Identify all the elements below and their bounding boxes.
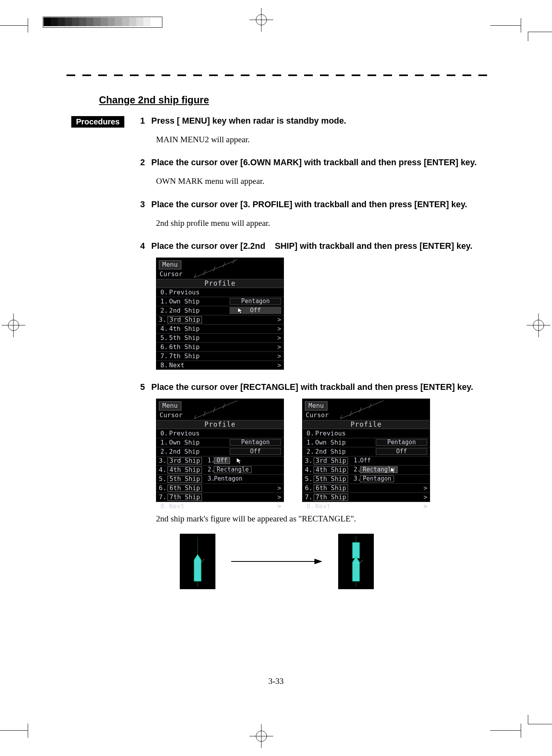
svg-line-7 (184, 401, 238, 419)
menu-row-own-ship: 1.Own ShipPentagon (156, 438, 284, 447)
cursor-label: Cursor (160, 271, 183, 277)
step-title: Place the cursor over [3. PROFILE] with … (151, 199, 481, 210)
submenu-pentagon: Pentagon (360, 475, 394, 482)
svg-marker-24 (314, 559, 322, 564)
menu-row-own-ship: 1. Own Ship Pentagon (156, 297, 284, 306)
menu-screenshot-step5-right: Menu Cursor (302, 399, 430, 502)
menu-row-next: 8. Next > (156, 361, 284, 370)
graph-area (184, 401, 281, 419)
section-divider (67, 74, 487, 76)
ship-figure-before (180, 534, 215, 589)
svg-line-0 (184, 260, 238, 278)
steps-list: 1 Press [ MENU] key when radar is standb… (140, 115, 481, 601)
step-number: 4 (140, 241, 151, 252)
section-title: Change 2nd ship figure (99, 94, 487, 106)
page-number: 3-33 (0, 676, 552, 686)
menu-button: Menu (159, 401, 181, 410)
menu-row-3rd-ship: 3.3rd Ship 1.Off (303, 456, 430, 466)
crop-mark (521, 724, 521, 738)
step-title: Press [ MENU] key when radar is standby … (151, 115, 481, 127)
svg-marker-20 (194, 554, 201, 581)
svg-line-13 (330, 401, 384, 419)
step-body: OWN MARK menu will appear. (156, 176, 481, 187)
menu-row-5th-ship: 5.5th Ship 3.Pentagon (156, 475, 284, 484)
menu-screenshot-step4: Menu Cursor (156, 258, 284, 370)
crop-mark (28, 724, 28, 738)
crop-mark (528, 32, 528, 41)
crop-mark (490, 25, 521, 26)
menu-row-2nd-ship: 2.2nd ShipOff (156, 447, 284, 456)
step-1: 1 Press [ MENU] key when radar is standb… (140, 115, 481, 145)
crop-mark (0, 25, 28, 26)
menu-row-5th-ship: 5. 5th Ship > (156, 334, 284, 343)
menu-row-4th-ship: 4.4th Ship 2.Rectangle (303, 466, 430, 475)
submenu-off: Off (360, 458, 371, 464)
step-number: 3 (140, 199, 151, 210)
procedures-label: Procedures (71, 116, 124, 128)
crop-mark (0, 730, 28, 731)
arrow-icon: > (277, 344, 281, 350)
arrow-icon: > (277, 326, 281, 332)
step-5: 5 Place the cursor over [RECTANGLE] with… (140, 382, 481, 589)
menu-row-next: 8.Next> (303, 502, 430, 511)
svg-marker-27 (352, 557, 360, 581)
submenu-rectangle: Rectangle (360, 466, 398, 473)
step-number: 1 (140, 115, 151, 127)
crop-mark (528, 724, 552, 724)
svg-line-15 (350, 411, 352, 416)
arrow-right-icon (231, 557, 322, 565)
menu-button: Menu (305, 401, 327, 410)
registration-mark-right (527, 313, 550, 337)
arrow-icon: > (277, 317, 281, 323)
arrow-icon: > (277, 362, 281, 368)
menu-row-previous: 0.Previous (156, 429, 284, 438)
menu-value: Pentagon (230, 298, 281, 305)
menu-row-previous: 0. Previous (156, 288, 284, 297)
menu-value: Off (230, 307, 281, 314)
grayscale-bar (44, 17, 150, 26)
menu-row-4th-ship: 4.4th Ship 2.Rectangle (156, 466, 284, 475)
step-4: 4 Place the cursor over [2.2nd SHIP] wit… (140, 241, 481, 370)
menu-row-6th-ship: 6.6th Ship> (303, 484, 430, 493)
menu-row-7th-ship: 7. 7th Ship > (156, 352, 284, 361)
ship-figure-after (338, 534, 374, 589)
graph-area (184, 260, 281, 278)
registration-mark-left (2, 313, 25, 337)
menu-row-7th-ship: 7.7th Ship> (303, 493, 430, 502)
menu-title: Profile (156, 420, 284, 429)
menu-title: Profile (303, 420, 430, 429)
step-title: Place the cursor over [RECTANGLE] with t… (151, 382, 481, 393)
menu-list: 0. Previous 1. Own Ship Pentagon 2. 2nd … (156, 288, 284, 370)
menu-row-own-ship: 1.Own ShipPentagon (303, 438, 430, 447)
svg-line-2 (204, 270, 206, 275)
menu-row-2nd-ship: 2. 2nd Ship Off (156, 306, 284, 315)
crop-mark (528, 32, 552, 32)
step-2: 2 Place the cursor over [6.OWN MARK] wit… (140, 157, 481, 187)
step-3: 3 Place the cursor over [3. PROFILE] wit… (140, 199, 481, 229)
crop-mark (528, 715, 528, 724)
graph-area (330, 401, 427, 419)
menu-row-6th-ship: 6.6th Ship> (156, 484, 284, 493)
submenu-pentagon: Pentagon (214, 476, 242, 482)
crop-mark (28, 18, 28, 32)
step-number: 5 (140, 382, 151, 393)
menu-row-next: 8.Next> (156, 502, 284, 511)
menu-row-2nd-ship: 2.2nd ShipOff (303, 447, 430, 456)
step-title: Place the cursor over [6.OWN MARK] with … (151, 157, 481, 168)
registration-mark-bottom (249, 724, 273, 748)
svg-line-9 (204, 411, 206, 416)
arrow-icon: > (277, 335, 281, 341)
cursor-pointer-icon (236, 457, 243, 464)
ship-figure-row (180, 534, 481, 589)
menu-row-6th-ship: 6. 6th Ship > (156, 343, 284, 352)
cursor-label: Cursor (306, 412, 329, 418)
crop-mark (521, 18, 521, 32)
menu-row-5th-ship: 5.5th Ship 3.Pentagon (303, 475, 430, 484)
svg-rect-26 (352, 542, 360, 558)
submenu-off: Off (214, 457, 230, 464)
submenu-rectangle: Rectangle (214, 466, 251, 473)
menu-row-3rd-ship: 3.3rd Ship 1.Off (156, 456, 284, 466)
cursor-label: Cursor (160, 412, 183, 418)
registration-mark-top (249, 8, 273, 32)
menu-row-4th-ship: 4. 4th Ship > (156, 325, 284, 334)
